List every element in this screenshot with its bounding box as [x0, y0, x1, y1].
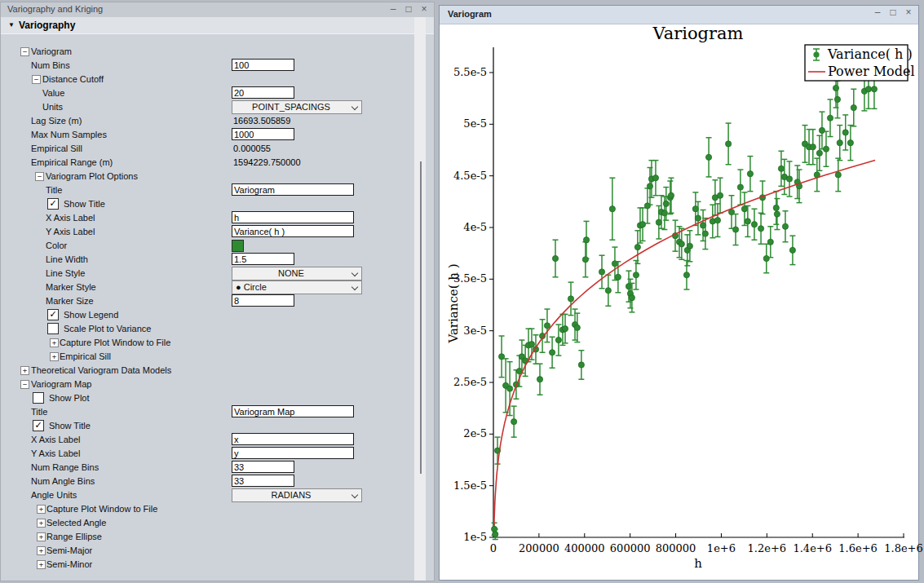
tree-row-num-range-bins: Num Range Bins [1, 461, 413, 475]
y-tick-label: 4.5e-5 [453, 170, 487, 182]
expand-node-icon-map-capture-plot-window[interactable]: + [37, 505, 46, 514]
tree-row-map-show-title: ✓Show Title [1, 419, 413, 433]
row-label-lag-size: Lag Size (m) [31, 116, 82, 126]
row-label-num-angle-bins: Num Angle Bins [31, 476, 95, 486]
tree-row-plot-x-axis-label: X Axis Label [1, 211, 413, 225]
row-label-empirical-range: Empirical Range (m) [31, 157, 113, 167]
expand-node-icon-capture-plot-window[interactable]: + [50, 338, 59, 347]
input-marker-size[interactable] [232, 294, 294, 307]
y-axis-label: Variance( h ) [446, 263, 461, 343]
variogram-plot-window: Variogram – □ × 020000040000060000080000… [439, 5, 919, 581]
tree-row-num-bins: Num Bins [1, 59, 413, 73]
scatter-series-variance [492, 68, 878, 540]
chevron-down-icon [351, 270, 358, 276]
x-tick-label: 1e+6 [707, 542, 736, 554]
collapse-node-icon-variogram[interactable]: − [20, 47, 29, 56]
checkbox-show-legend[interactable]: ✓ [47, 309, 59, 320]
row-label-map-capture-plot-window: Capture Plot Window to File [46, 504, 157, 514]
chevron-down-icon [351, 284, 358, 290]
input-num-angle-bins[interactable] [232, 475, 294, 487]
tree-row-map-show-plot: Show Plot [1, 391, 413, 405]
row-label-map-x-axis-label: X Axis Label [31, 435, 81, 444]
row-label-distance-cutoff: Distance Cutoff [42, 74, 104, 84]
y-tick-label: 1.5e-5 [453, 479, 487, 492]
close-icon[interactable]: × [904, 7, 913, 18]
input-max-num-samples[interactable] [232, 128, 294, 140]
tree-row-line-style: Line StyleNONE [1, 267, 413, 280]
checkbox-scale-plot-to-variance[interactable] [47, 323, 59, 334]
input-plot-title[interactable] [232, 183, 354, 196]
readonly-value-empirical-sill: 0.000055 [233, 144, 271, 153]
checkbox-map-show-plot[interactable] [33, 392, 44, 404]
input-value[interactable] [232, 86, 294, 99]
row-label-show-legend: Show Legend [64, 310, 118, 320]
row-label-variogram-plot-options: Variogram Plot Options [46, 171, 138, 181]
dropdown-marker-style[interactable]: ● Circle [232, 280, 362, 294]
y-tick-label: 3e-5 [463, 325, 487, 337]
row-label-value: Value [42, 88, 64, 98]
tree-row-max-num-samples: Max Num Samples [1, 128, 413, 142]
collapse-node-icon-variogram-map[interactable]: − [20, 380, 29, 389]
dropdown-value-angle-units: RADIANS [232, 490, 350, 500]
tree-row-plot-y-axis-label: Y Axis Label [1, 225, 413, 239]
checkbox-map-show-title[interactable]: ✓ [33, 420, 44, 431]
row-label-variogram: Variogram [31, 46, 72, 56]
input-plot-x-axis-label[interactable] [232, 211, 354, 223]
x-tick-label: 1.4e+6 [793, 542, 832, 554]
color-swatch-plot-color[interactable] [232, 240, 244, 252]
dropdown-units[interactable]: POINT_SPACINGS [232, 100, 362, 114]
checkbox-plot-show-title[interactable]: ✓ [47, 198, 59, 210]
input-map-y-axis-label[interactable] [232, 447, 354, 459]
chevron-down-icon [351, 104, 358, 110]
row-label-max-num-samples: Max Num Samples [31, 130, 107, 139]
x-tick-label: 1.8e+6 [884, 542, 923, 554]
row-label-capture-plot-window: Capture Plot Window to File [60, 338, 170, 347]
input-line-width[interactable] [232, 253, 294, 265]
expand-node-icon-semi-major[interactable]: + [37, 546, 46, 555]
input-num-bins[interactable] [232, 59, 294, 71]
dropdown-line-style[interactable]: NONE [232, 267, 362, 280]
dropdown-angle-units[interactable]: RADIANS [232, 488, 362, 502]
row-label-map-show-title: Show Title [49, 421, 91, 431]
tree-row-line-width: Line Width [1, 253, 413, 267]
input-num-range-bins[interactable] [232, 461, 294, 473]
x-tick-label: 200000 [519, 542, 559, 554]
tree-row-num-angle-bins: Num Angle Bins [1, 475, 413, 488]
tree-row-marker-style: Marker Style● Circle [1, 280, 413, 294]
input-map-title[interactable] [232, 405, 354, 417]
x-tick-label: 1.6e+6 [838, 542, 878, 554]
collapse-node-icon-distance-cutoff[interactable]: − [32, 75, 41, 84]
plot-window-titlebar[interactable]: Variogram – □ × [440, 6, 918, 24]
y-tick-label: 5.5e-5 [453, 66, 487, 78]
y-tick-label: 2e-5 [463, 427, 487, 439]
expand-node-icon-semi-minor[interactable]: + [37, 560, 46, 569]
tree-row-angle-units: Angle UnitsRADIANS [1, 488, 413, 502]
collapse-node-icon-variogram-plot-options[interactable]: − [35, 172, 44, 181]
tree-row-scale-plot-to-variance: Scale Plot to Variance [1, 322, 413, 336]
expand-node-icon-theoretical-models[interactable]: + [20, 366, 29, 375]
legend-label-variance: Variance( h ) [827, 46, 913, 62]
expand-node-icon-range-ellipse[interactable]: + [37, 532, 46, 541]
tree-row-lag-size: Lag Size (m)16693.505859 [1, 114, 413, 128]
tree-row-variogram-map: −Variogram Map [1, 378, 413, 391]
row-label-semi-major: Semi-Major [46, 545, 92, 555]
tree-row-capture-plot-window: +Capture Plot Window to File [1, 336, 413, 350]
tree-row-map-x-axis-label: X Axis Label [1, 433, 413, 447]
expand-node-icon-selected-angle[interactable]: + [37, 519, 46, 528]
dropdown-value-line-style: NONE [232, 268, 350, 278]
x-tick-label: 0 [490, 542, 497, 554]
minimize-icon[interactable]: – [873, 7, 882, 18]
input-plot-y-axis-label[interactable] [232, 225, 354, 237]
tree-row-variogram: −Variogram [1, 45, 413, 59]
input-map-x-axis-label[interactable] [232, 433, 354, 445]
tree-row-show-legend: ✓Show Legend [1, 308, 413, 322]
row-label-map-show-plot: Show Plot [49, 393, 90, 403]
scrollbar-track[interactable] [414, 17, 426, 581]
row-label-plot-y-axis-label: Y Axis Label [46, 227, 95, 236]
x-tick-label: 1.2e+6 [748, 542, 787, 554]
expand-node-icon-empirical-sill-node[interactable]: + [50, 352, 59, 361]
scrollbar-thumb[interactable] [420, 161, 422, 474]
maximize-icon[interactable]: □ [888, 7, 898, 18]
tree-row-theoretical-models: +Theoretical Variogram Data Models [1, 364, 413, 378]
tree-row-plot-color: Color [1, 239, 413, 253]
